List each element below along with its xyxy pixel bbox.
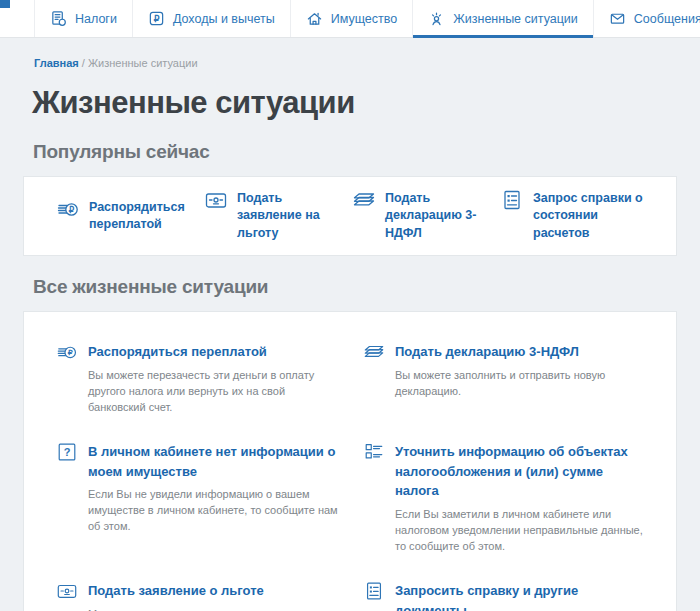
- situation-description: Если Вы не увидели информацию о вашем им…: [88, 487, 339, 535]
- situations-grid: ₽ Распорядиться переплатой Вы можете пер…: [56, 342, 646, 611]
- overpayment-icon: ₽: [56, 341, 78, 363]
- situation-item-clarify-objects[interactable]: Уточнить информацию об объектах налогооб…: [363, 442, 646, 555]
- situation-description: Если Вы заметили в личном кабинете или н…: [395, 507, 646, 555]
- popular-item-label: Подать заявление на льготу: [237, 190, 349, 243]
- all-situations-heading: Все жизненные ситуации: [33, 276, 677, 298]
- tab-income-deductions[interactable]: ₽ Доходы и вычеты: [132, 0, 290, 37]
- tab-label: Налоги: [75, 12, 117, 26]
- situation-title[interactable]: Подать декларацию 3-НДФЛ: [395, 344, 579, 359]
- question-icon: ?: [56, 441, 78, 463]
- breadcrumb-separator: /: [79, 57, 88, 69]
- overpayment-icon: ₽: [56, 197, 80, 221]
- taxes-icon: [50, 10, 67, 27]
- popular-card: ₽ Распорядиться переплатой Подать заявле…: [23, 176, 677, 256]
- declaration-icon: [352, 188, 376, 212]
- page-title: Жизненные ситуации: [32, 85, 677, 121]
- popular-item-benefit[interactable]: Подать заявление на льготу: [204, 190, 352, 243]
- all-situations-card: ₽ Распорядиться переплатой Вы можете пер…: [23, 311, 677, 611]
- situation-title[interactable]: Запросить справку и другие документы: [395, 583, 578, 611]
- tab-label: Сообщения: [634, 12, 700, 26]
- benefit-application-icon: [204, 188, 228, 212]
- svg-text:₽: ₽: [68, 348, 73, 357]
- svg-text:₽: ₽: [154, 14, 160, 24]
- top-navigation: Налоги ₽ Доходы и вычеты Имущество: [0, 0, 700, 38]
- messages-icon: [609, 10, 626, 27]
- declaration-icon: [363, 341, 385, 363]
- situation-item-overpayment[interactable]: ₽ Распорядиться переплатой Вы можете пер…: [56, 342, 339, 416]
- popular-item-label: Распорядиться переплатой: [89, 199, 201, 234]
- situation-description: Вы можете заполнить и отправить новую де…: [395, 368, 646, 400]
- situation-item-no-property-info[interactable]: ? В личном кабинете нет информации о мое…: [56, 442, 339, 555]
- svg-text:?: ?: [64, 446, 71, 458]
- svg-text:₽: ₽: [69, 204, 75, 214]
- situation-item-benefit-application[interactable]: Подать заявление о льготе Многодетным се…: [56, 581, 339, 611]
- breadcrumb-current: Жизненные ситуации: [88, 57, 198, 69]
- tab-label: Имущество: [331, 12, 398, 26]
- popular-item-label: Подать декларацию 3-НДФЛ: [385, 190, 497, 243]
- situation-title[interactable]: Подать заявление о льготе: [88, 583, 264, 598]
- corner-logo-mark: [0, 0, 10, 8]
- situation-item-declaration[interactable]: Подать декларацию 3-НДФЛ Вы можете запол…: [363, 342, 646, 416]
- tab-label: Жизненные ситуации: [453, 12, 578, 26]
- life-situations-icon: [428, 10, 445, 27]
- popular-heading: Популярны сейчас: [33, 141, 677, 163]
- situation-title[interactable]: Распорядиться переплатой: [88, 344, 267, 359]
- popular-item-overpayment[interactable]: ₽ Распорядиться переплатой: [56, 199, 204, 234]
- popular-item-declaration[interactable]: Подать декларацию 3-НДФЛ: [352, 190, 500, 243]
- breadcrumb: Главная / Жизненные ситуации: [34, 57, 677, 69]
- tab-label: Доходы и вычеты: [173, 12, 275, 26]
- income-icon: ₽: [148, 10, 165, 27]
- certificate-icon: [363, 580, 385, 602]
- certificate-icon: [500, 188, 524, 212]
- tab-life-situations[interactable]: Жизненные ситуации: [412, 0, 593, 37]
- tab-taxes[interactable]: Налоги: [34, 0, 132, 37]
- situation-description: Многодетным семьям, инвалидам, пенсионер…: [88, 607, 339, 611]
- situation-title[interactable]: В личном кабинете нет информации о моем …: [88, 444, 335, 479]
- checklist-icon: [363, 441, 385, 463]
- situation-description: Вы можете перезачесть эти деньги в оплат…: [88, 368, 339, 416]
- breadcrumb-home-link[interactable]: Главная: [34, 57, 79, 69]
- property-icon: [306, 10, 323, 27]
- popular-item-certificate[interactable]: Запрос справки о состоянии расчетов: [500, 190, 648, 243]
- main-content: Главная / Жизненные ситуации Жизненные с…: [0, 38, 700, 611]
- tab-messages[interactable]: Сообщения: [593, 0, 700, 37]
- tab-property[interactable]: Имущество: [290, 0, 413, 37]
- popular-item-label: Запрос справки о состоянии расчетов: [533, 190, 645, 243]
- situation-item-request-certificate[interactable]: Запросить справку и другие документы Спр…: [363, 581, 646, 611]
- situation-title[interactable]: Уточнить информацию об объектах налогооб…: [395, 444, 628, 499]
- benefit-application-icon: [56, 580, 78, 602]
